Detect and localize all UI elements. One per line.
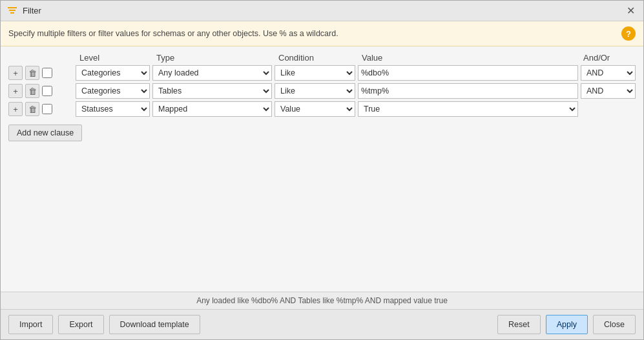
row-1-checkbox[interactable] bbox=[42, 68, 52, 78]
row-2-andor-cell: AND OR bbox=[581, 83, 636, 99]
row-3-type-select[interactable]: Any loaded Tables Mapped bbox=[152, 101, 272, 117]
row-1-type-cell: Any loaded Tables Mapped bbox=[152, 65, 272, 81]
reset-button[interactable]: Reset bbox=[497, 315, 541, 334]
export-button[interactable]: Export bbox=[58, 315, 103, 334]
row-3-condition-cell: Like Value = bbox=[275, 101, 355, 117]
row-2-value-input[interactable] bbox=[358, 83, 578, 99]
header-level: Level bbox=[77, 53, 151, 63]
row-3-value-select[interactable]: True False bbox=[358, 101, 578, 117]
row-2-checkbox[interactable] bbox=[42, 86, 52, 96]
title-bar: Filter ✕ bbox=[1, 1, 643, 21]
close-button[interactable]: Close bbox=[593, 315, 636, 334]
status-text: Any loaded like %dbo% AND Tables like %t… bbox=[196, 296, 448, 305]
apply-button[interactable]: Apply bbox=[546, 315, 588, 334]
footer-left-buttons: Import Export Download template bbox=[8, 315, 200, 334]
header-condition: Condition bbox=[276, 53, 357, 63]
row-3-level-select[interactable]: Categories Statuses bbox=[76, 101, 150, 117]
status-bar: Any loaded like %dbo% AND Tables like %t… bbox=[1, 292, 643, 309]
info-bar: Specify multiple filters or filter value… bbox=[1, 21, 643, 46]
row-2-controls: + 🗑 bbox=[8, 84, 73, 98]
main-content: Level Type Condition Value And/Or + 🗑 Ca… bbox=[1, 46, 643, 292]
row-1-value-cell bbox=[358, 65, 578, 81]
row-1-type-select[interactable]: Any loaded Tables Mapped bbox=[152, 65, 272, 81]
footer-right-buttons: Reset Apply Close bbox=[497, 315, 636, 334]
header-type: Type bbox=[154, 53, 273, 63]
delete-row-2-button[interactable]: 🗑 bbox=[25, 84, 39, 98]
info-message: Specify multiple filters or filter value… bbox=[8, 29, 338, 38]
header-andor: And/Or bbox=[581, 53, 636, 63]
table-row: + 🗑 Categories Statuses Any loaded Table… bbox=[8, 83, 636, 99]
row-2-andor-select[interactable]: AND OR bbox=[581, 83, 636, 99]
row-3-type-cell: Any loaded Tables Mapped bbox=[152, 101, 272, 117]
column-headers: Level Type Condition Value And/Or bbox=[8, 53, 636, 63]
footer: Import Export Download template Reset Ap… bbox=[1, 309, 643, 339]
help-icon[interactable]: ? bbox=[621, 26, 636, 41]
row-1-level-cell: Categories Statuses bbox=[76, 65, 150, 81]
row-2-level-cell: Categories Statuses bbox=[76, 83, 150, 99]
row-2-type-cell: Any loaded Tables Mapped bbox=[152, 83, 272, 99]
row-1-andor-cell: AND OR bbox=[581, 65, 636, 81]
close-window-button[interactable]: ✕ bbox=[624, 5, 637, 17]
row-2-type-select[interactable]: Any loaded Tables Mapped bbox=[152, 83, 272, 99]
row-1-condition-select[interactable]: Like Value = bbox=[275, 65, 355, 81]
add-new-clause-button[interactable]: Add new clause bbox=[8, 125, 82, 141]
row-3-checkbox[interactable] bbox=[42, 104, 52, 114]
row-2-level-select[interactable]: Categories Statuses bbox=[76, 83, 150, 99]
row-1-level-select[interactable]: Categories Statuses bbox=[76, 65, 150, 81]
table-row: + 🗑 Categories Statuses Any loaded Table… bbox=[8, 101, 636, 117]
row-1-condition-cell: Like Value = bbox=[275, 65, 355, 81]
row-1-value-input[interactable] bbox=[358, 65, 578, 81]
svg-rect-2 bbox=[10, 12, 14, 14]
filter-window: Filter ✕ Specify multiple filters or fil… bbox=[0, 0, 644, 340]
row-2-value-cell bbox=[358, 83, 578, 99]
title-bar-left: Filter bbox=[7, 6, 41, 16]
table-row: + 🗑 Categories Statuses Any loaded Table… bbox=[8, 65, 636, 81]
download-template-button[interactable]: Download template bbox=[109, 315, 200, 334]
row-1-controls: + 🗑 bbox=[8, 66, 73, 80]
delete-row-1-button[interactable]: 🗑 bbox=[25, 66, 39, 80]
row-1-andor-select[interactable]: AND OR bbox=[581, 65, 636, 81]
add-row-3-button[interactable]: + bbox=[8, 102, 23, 116]
svg-rect-0 bbox=[8, 7, 17, 8]
add-row-1-button[interactable]: + bbox=[8, 66, 23, 80]
row-2-condition-cell: Like Value = bbox=[275, 83, 355, 99]
row-3-condition-select[interactable]: Like Value = bbox=[275, 101, 355, 117]
row-2-condition-select[interactable]: Like Value = bbox=[275, 83, 355, 99]
add-row-2-button[interactable]: + bbox=[8, 84, 23, 98]
header-value: Value bbox=[359, 53, 578, 63]
row-3-level-cell: Categories Statuses bbox=[76, 101, 150, 117]
row-3-controls: + 🗑 bbox=[8, 102, 73, 116]
window-title: Filter bbox=[23, 6, 41, 15]
row-3-value-cell: True False bbox=[358, 101, 578, 117]
import-button[interactable]: Import bbox=[8, 315, 53, 334]
filter-icon bbox=[7, 6, 17, 16]
svg-rect-1 bbox=[9, 10, 16, 11]
delete-row-3-button[interactable]: 🗑 bbox=[25, 102, 39, 116]
